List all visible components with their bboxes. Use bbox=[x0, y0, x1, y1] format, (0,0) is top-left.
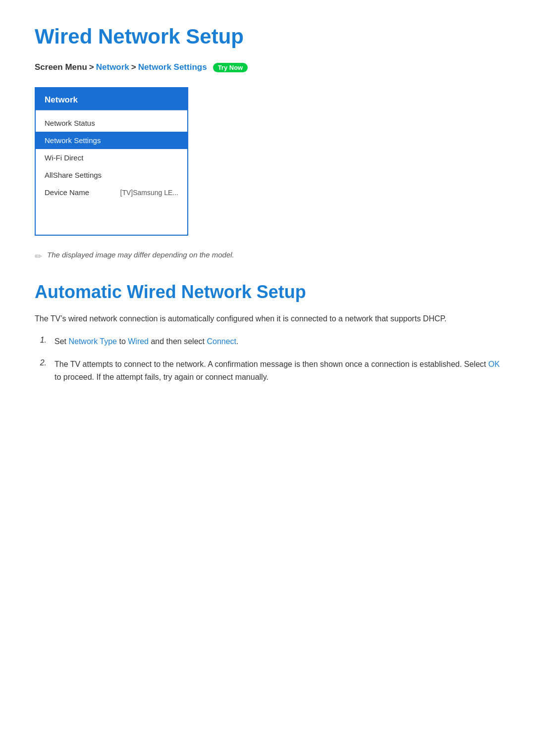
tv-menu-item-label: Wi-Fi Direct bbox=[45, 153, 83, 162]
note-text: The displayed image may differ depending… bbox=[47, 251, 234, 259]
tv-menu-item-label: Network Settings bbox=[45, 136, 101, 145]
tv-menu-item-value: [TV]Samsung LE... bbox=[120, 189, 179, 197]
step-1-network-type: Network Type bbox=[68, 337, 117, 346]
breadcrumb-network-link[interactable]: Network bbox=[96, 62, 129, 72]
note-row: ✏ The displayed image may differ dependi… bbox=[35, 251, 500, 262]
step-1-wired: Wired bbox=[128, 337, 149, 346]
step-1-content: Set Network Type to Wired and then selec… bbox=[54, 335, 500, 348]
step-1-period: . bbox=[236, 337, 238, 346]
tv-menu-body: Network Status Network Settings Wi-Fi Di… bbox=[36, 110, 187, 235]
step-2-text1: The TV attempts to connect to the networ… bbox=[54, 360, 488, 368]
tv-menu-item-label: AllShare Settings bbox=[45, 171, 102, 179]
step-2: 2. The TV attempts to connect to the net… bbox=[35, 358, 500, 384]
step-1-text-to: to bbox=[117, 337, 128, 346]
breadcrumb: Screen Menu > Network > Network Settings… bbox=[35, 62, 500, 72]
tv-menu-item-label: Network Status bbox=[45, 119, 95, 127]
breadcrumb-sep1: > bbox=[89, 62, 94, 72]
try-now-badge[interactable]: Try Now bbox=[213, 63, 248, 72]
tv-menu-spacer bbox=[36, 201, 187, 231]
page-title: Wired Network Setup bbox=[35, 25, 500, 49]
step-1: 1. Set Network Type to Wired and then se… bbox=[35, 335, 500, 348]
step-2-ok: OK bbox=[488, 360, 500, 368]
step-number-1: 1. bbox=[35, 336, 47, 345]
section-intro: The TV’s wired network connection is aut… bbox=[35, 312, 500, 325]
pencil-icon: ✏ bbox=[35, 251, 42, 262]
tv-menu-screenshot: Network Network Status Network Settings … bbox=[35, 87, 188, 236]
tv-menu-header: Network bbox=[36, 88, 187, 110]
steps-list: 1. Set Network Type to Wired and then se… bbox=[35, 335, 500, 384]
step-1-connect: Connect bbox=[207, 337, 236, 346]
tv-menu-item-wifi-direct: Wi-Fi Direct bbox=[36, 149, 187, 166]
breadcrumb-settings-link[interactable]: Network Settings bbox=[138, 62, 207, 72]
step-1-text-set: Set bbox=[54, 337, 68, 346]
breadcrumb-sep2: > bbox=[131, 62, 136, 72]
step-1-text-and: and then select bbox=[149, 337, 207, 346]
tv-menu-item-label: Device Name bbox=[45, 188, 89, 197]
tv-menu-item-network-status: Network Status bbox=[36, 114, 187, 132]
tv-menu-item-allshare: AllShare Settings bbox=[36, 166, 187, 184]
auto-section-title: Automatic Wired Network Setup bbox=[35, 282, 500, 302]
step-number-2: 2. bbox=[35, 358, 47, 367]
tv-menu-item-device-name: Device Name [TV]Samsung LE... bbox=[36, 184, 187, 201]
breadcrumb-prefix: Screen Menu bbox=[35, 62, 87, 72]
step-2-text2: to proceed. If the attempt fails, try ag… bbox=[54, 373, 268, 381]
tv-menu-item-network-settings: Network Settings bbox=[36, 132, 187, 149]
step-2-content: The TV attempts to connect to the networ… bbox=[54, 358, 500, 384]
